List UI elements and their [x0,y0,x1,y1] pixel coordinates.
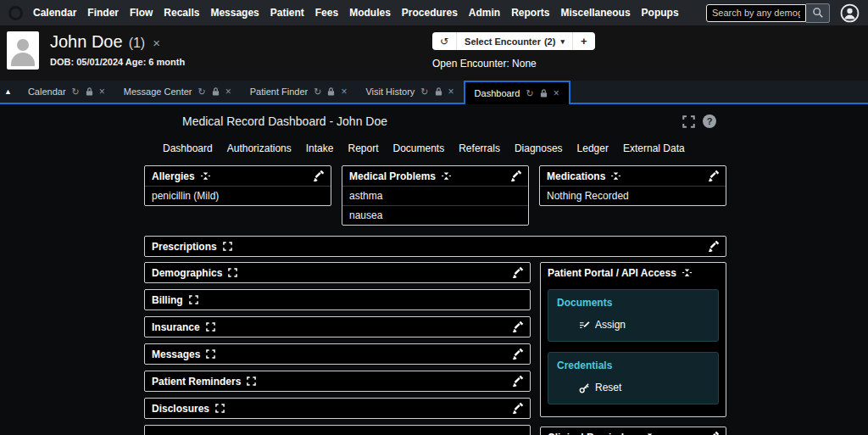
expand-card-icon[interactable] [228,268,237,277]
subnav-dashboard[interactable]: Dashboard [163,142,213,154]
tab-refresh-icon[interactable]: ↻ [314,87,321,97]
menu-modules[interactable]: Modules [349,7,391,19]
tab-lock-icon[interactable] [540,89,548,98]
tab-dashboard[interactable]: Dashboard ↻ × [464,81,570,104]
tab-lock-icon[interactable] [435,87,442,96]
edit-icon[interactable] [708,241,719,252]
subnav-external-data[interactable]: External Data [623,142,685,154]
edit-icon[interactable] [708,170,719,181]
tab-refresh-icon[interactable]: ↻ [198,87,206,97]
encounter-history-icon[interactable]: ↺ [432,32,457,50]
shrink-card-icon[interactable] [611,171,620,181]
edit-icon[interactable] [512,376,523,387]
edit-icon[interactable] [512,349,523,360]
expand-card-icon[interactable] [223,242,232,251]
new-encounter-button[interactable]: + [572,32,595,50]
menu-messages[interactable]: Messages [210,7,259,19]
edit-icon[interactable] [708,432,719,435]
tab-refresh-icon[interactable]: ↻ [526,89,533,98]
help-icon[interactable]: ? [703,114,716,128]
tab-close-icon[interactable]: × [554,88,559,98]
edit-icon[interactable] [510,170,521,181]
expand-card-icon[interactable] [206,349,215,359]
allergy-item[interactable]: penicillin (Mild) [145,186,331,205]
shrink-card-icon[interactable] [682,268,692,277]
menu-reports[interactable]: Reports [511,7,549,19]
card-patient-portal: Patient Portal / API Access Documents As… [540,262,726,417]
top-navbar: Calendar Finder Flow Recalls Messages Pa… [0,0,868,25]
card-medical-problems: Medical Problems asthma nausea [342,165,529,226]
tab-visit-history[interactable]: Visit History ↻ × [356,81,463,103]
caret-down-icon: ▾ [560,37,565,46]
search-input[interactable] [706,4,806,22]
card-title: Patient Reminders [152,376,241,388]
tab-close-icon[interactable]: × [225,86,231,97]
collapse-header-caret-icon[interactable]: ▲ [4,87,12,96]
dashboard-content: Medical Record Dashboard - John Doe ? Da… [0,104,868,433]
open-encounter-status: Open Encounter: None [432,58,595,70]
subnav-report[interactable]: Report [348,142,378,154]
subnav-ledger[interactable]: Ledger [577,142,609,154]
shrink-card-icon[interactable] [442,171,451,181]
menu-procedures[interactable]: Procedures [402,7,458,19]
menu-calendar[interactable]: Calendar [33,7,76,19]
problem-item[interactable]: asthma [342,186,528,205]
patient-photo-silhouette [17,39,29,51]
menu-patient[interactable]: Patient [270,7,304,19]
page-title: Medical Record Dashboard - John Doe [182,114,387,128]
search-button[interactable] [806,3,830,23]
menu-admin[interactable]: Admin [469,7,500,19]
edit-icon[interactable] [512,321,523,332]
tab-lock-icon[interactable] [212,87,220,96]
subnav-diagnoses[interactable]: Diagnoses [515,142,563,154]
menu-fees[interactable]: Fees [315,7,338,19]
edit-icon[interactable] [313,170,324,181]
tab-refresh-icon[interactable]: ↻ [72,87,80,97]
reset-button[interactable]: Reset [579,382,709,393]
tab-close-icon[interactable]: × [99,86,105,97]
fullscreen-icon[interactable] [682,115,695,128]
edit-icon[interactable] [512,403,523,414]
assign-button[interactable]: Assign [579,319,709,331]
problem-item[interactable]: nausea [342,205,528,225]
tab-lock-icon[interactable] [86,87,93,96]
subnav-referrals[interactable]: Referrals [459,142,500,154]
expand-card-icon[interactable] [189,295,198,304]
close-patient-icon[interactable]: × [153,36,160,50]
card-prescriptions: Prescriptions [144,236,726,257]
card-medications: Medications Nothing Recorded [539,165,726,206]
user-account-icon[interactable] [840,3,860,23]
menu-finder[interactable]: Finder [87,7,119,19]
tab-close-icon[interactable]: × [341,86,347,97]
subnav-intake[interactable]: Intake [306,142,334,154]
patient-dob-age: DOB: 05/01/2024 Age: 6 month [50,57,185,67]
tab-message-center[interactable]: Message Center ↻ × [114,81,241,103]
expand-card-icon[interactable] [206,322,215,332]
subnav-authorizations[interactable]: Authorizations [227,142,292,154]
card-disclosures: Disclosures [144,398,531,419]
portal-credentials-section: Credentials Reset [548,352,719,404]
tab-close-icon[interactable]: × [448,86,454,97]
patient-photo[interactable] [7,31,39,70]
card-title: Messages [152,349,200,360]
tab-calendar[interactable]: Calendar ↻ × [19,81,114,103]
select-encounter-dropdown[interactable]: Select Encounter (2) ▾ [457,32,572,50]
tab-patient-finder[interactable]: Patient Finder ↻ × [241,81,357,103]
menu-flow[interactable]: Flow [130,7,153,19]
menu-recalls[interactable]: Recalls [164,7,199,19]
expand-card-icon[interactable] [215,404,225,413]
patient-header: John Doe (1) × DOB: 05/01/2024 Age: 6 mo… [0,25,868,81]
encounter-controls: ↺ Select Encounter (2) ▾ + Open Encounte… [432,32,595,70]
tab-lock-icon[interactable] [327,87,335,96]
openemr-logo-icon[interactable] [8,6,23,20]
shrink-card-icon[interactable] [201,171,210,181]
tab-refresh-icon[interactable]: ↻ [420,87,428,97]
card-patient-reminders: Patient Reminders [144,371,531,392]
card-demographics: Demographics [144,262,531,283]
card-messages: Messages [144,343,531,365]
expand-card-icon[interactable] [247,376,256,386]
subnav-documents[interactable]: Documents [393,142,445,154]
menu-popups[interactable]: Popups [642,7,679,19]
edit-icon[interactable] [512,267,523,278]
menu-miscellaneous[interactable]: Miscellaneous [561,7,631,19]
